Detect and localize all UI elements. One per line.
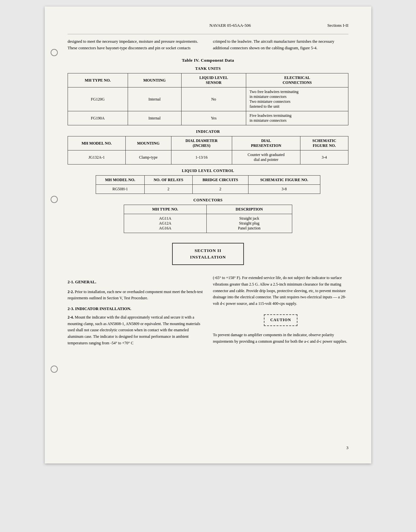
cell-sensor-fg120g: No	[181, 87, 246, 111]
section-box-title: SECTION II	[179, 248, 237, 253]
cell-mounting-fg120g: Internal	[128, 87, 181, 111]
right-top-para: (-65° to +158° F). For extended service …	[213, 275, 348, 307]
cell-model-rg50h1: RG50H-1	[96, 185, 145, 194]
col-schematic: SCHEMATICFIGURE NO.	[300, 136, 348, 150]
caution-box: CAUTION	[264, 314, 298, 326]
indicator-table: MH MODEL NO. MOUNTING DIAL DIAMETER(INCH…	[68, 136, 348, 164]
cell-desc-connectors: Straight jackStraight plugPanel junction	[206, 214, 292, 233]
page: NAVAER 05-65AA-506 Sections I-II designe…	[45, 7, 371, 463]
page-number: 3	[346, 445, 349, 450]
left-dot-1	[51, 49, 58, 56]
table-row: JG132A-1 Clamp-type 1-13/16 Counter with…	[68, 150, 348, 164]
bottom-left: 2-1. GENERAL. 2-2. Prior to installation…	[68, 275, 203, 347]
liquid-level-control-title: LIQUID LEVEL CONTROL	[68, 168, 348, 173]
table-row: FG120G Internal No Two free leadwires te…	[68, 87, 348, 111]
left-dot-2	[51, 196, 58, 203]
col-electrical: ELECTRICALCONNECTIONS	[246, 73, 348, 87]
right-bottom-para: To prevent damage to amplifier component…	[213, 332, 348, 345]
cell-mounting-jg132a1: Clamp-type	[125, 150, 171, 164]
col-bridge: BRIDGE CIRCUITS	[192, 176, 248, 185]
col-model-llc: MH MODEL NO.	[96, 176, 145, 185]
col-mounting: MOUNTING	[128, 73, 181, 87]
cell-schematic-rg50h1: 3-8	[248, 185, 320, 194]
cell-sensor-fg190a: Yes	[181, 111, 246, 125]
cell-schematic-jg132a1: 3-4	[300, 150, 348, 164]
col-mh-type-conn: MH TYPE NO.	[124, 205, 207, 214]
cell-bridge-rg50h1: 2	[192, 185, 248, 194]
heading-21: 2-1. GENERAL.	[68, 279, 203, 286]
connectors-title: CONNECTORS	[68, 198, 348, 203]
indicator-title: INDICATOR	[68, 129, 348, 134]
cell-connections-fg190a: Five leadwires terminatingin miniature c…	[246, 111, 348, 125]
heading-23: 2-3. INDICATOR INSTALLATION.	[68, 305, 203, 312]
page-header: NAVAER 05-65AA-506 Sections I-II	[68, 23, 348, 28]
cell-type-ag11a: AG11AAG12AAG16A	[124, 214, 207, 233]
cell-type-fg120g: FG120G	[68, 87, 128, 111]
connectors-table: MH TYPE NO. DESCRIPTION AG11AAG12AAG16A …	[124, 205, 292, 233]
cell-relays-rg50h1: 2	[144, 185, 192, 194]
cell-dial-pres-jg132a1: Counter with graduateddial and pointer	[232, 150, 300, 164]
tank-units-table: MH TYPE NO. MOUNTING LIQUID LEVELSENSOR …	[68, 73, 348, 125]
col-schematic-llc: SCHEMATIC FIGURE NO.	[248, 176, 320, 185]
col-description: DESCRIPTION	[206, 205, 292, 214]
intro-right: crimped to the leadwire. The aircraft ma…	[213, 38, 348, 51]
bottom-right: (-65° to +158° F). For extended service …	[213, 275, 348, 347]
intro-left: designed to meet the necessary impedance…	[68, 38, 203, 51]
col-mh-type: MH TYPE NO.	[68, 73, 128, 87]
cell-mounting-fg190a: Internal	[128, 111, 181, 125]
table-row: AG11AAG12AAG16A Straight jackStraight pl…	[124, 214, 292, 233]
cell-model-jg132a1: JG132A-1	[68, 150, 126, 164]
header-center: NAVAER 05-65AA-506	[209, 23, 251, 28]
col-model: MH MODEL NO.	[68, 136, 126, 150]
col-dial-pres: DIALPRESENTATION	[232, 136, 300, 150]
table-row: RG50H-1 2 2 3-8	[96, 185, 320, 194]
tank-units-title: TANK UNITS	[68, 66, 348, 71]
col-dial-diam: DIAL DIAMETER(INCHES)	[171, 136, 232, 150]
cell-dial-diam-jg132a1: 1-13/16	[171, 150, 232, 164]
section-box: SECTION II INSTALLATION	[172, 243, 244, 265]
caution-wrap: CAUTION	[213, 311, 348, 329]
col-relays: NO. OF RELAYS	[144, 176, 192, 185]
table-row: FG190A Internal Yes Five leadwires termi…	[68, 111, 348, 125]
para-24: 2-4. Mount the indicator with the dial a…	[68, 314, 203, 347]
section2-content: 2-1. GENERAL. 2-2. Prior to installation…	[68, 275, 348, 347]
header-right: Sections I-II	[327, 23, 348, 28]
header-divider	[68, 34, 348, 34]
left-dot-3	[51, 366, 58, 373]
col-mounting-ind: MOUNTING	[125, 136, 171, 150]
section-box-sub: INSTALLATION	[179, 255, 237, 260]
cell-connections-fg120g: Two free leadwires terminatingin miniatu…	[246, 87, 348, 111]
liquid-level-control-table: MH MODEL NO. NO. OF RELAYS BRIDGE CIRCUI…	[96, 175, 320, 194]
para-22: 2-2. Prior to installation, each new or …	[68, 289, 203, 302]
col-liquid-sensor: LIQUID LEVELSENSOR	[181, 73, 246, 87]
caution-label: CAUTION	[270, 317, 291, 323]
cell-type-fg190a: FG190A	[68, 111, 128, 125]
table-main-title: Table IV. Component Data	[68, 58, 348, 63]
